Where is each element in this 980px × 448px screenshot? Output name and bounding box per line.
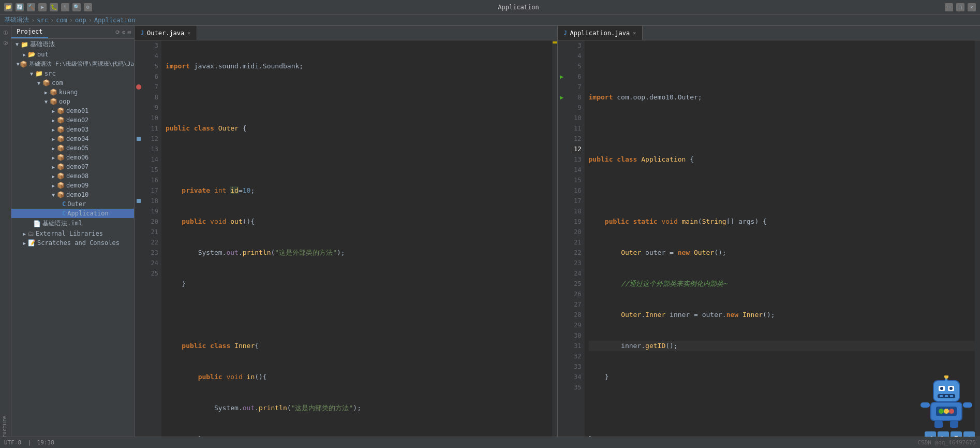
toolbar-icon-debug[interactable]: 🐛 <box>50 3 58 11</box>
tab-close-outer[interactable]: ✕ <box>187 30 190 36</box>
tree-item-demo01[interactable]: ▶ 📦 demo01 <box>11 106 134 115</box>
sidebar-settings-icon[interactable]: ⚙ <box>122 29 126 36</box>
sidebar-tab-project[interactable]: Project <box>11 26 48 38</box>
tree-item-demo06[interactable]: ▶ 📦 demo06 <box>11 153 134 162</box>
gutter-line-3 <box>135 40 143 51</box>
sidebar-collapse-icon[interactable]: ⊟ <box>127 29 131 36</box>
tree-item-src[interactable]: ▼ 📁 src <box>11 69 134 78</box>
tree-item-root[interactable]: ▼ 📁 基础语法 <box>11 39 134 50</box>
strip-icon-1[interactable]: ① <box>1 28 10 37</box>
left-editor-pane: J Outer.java ✕ <box>135 26 558 448</box>
status-watermark: CSDN @qq_46497675 <box>917 439 976 446</box>
toolbar-icon-build[interactable]: 🔨 <box>27 3 35 11</box>
tree-item-demo10[interactable]: ▼ 📦 demo10 <box>11 190 134 199</box>
r-code-line-8: public static void main(String[] args) { <box>589 216 976 227</box>
gutter-line-9 <box>135 103 143 113</box>
breadcrumb: 基础语法 › src › com › oop › Application <box>0 15 980 26</box>
tree-item-out[interactable]: ▶ 📂 out <box>11 50 134 59</box>
sidebar-sync-icon[interactable]: ⟳ <box>115 29 120 36</box>
breadcrumb-item-2[interactable]: src <box>37 17 48 24</box>
tree-item-iml[interactable]: 📄 基础语法.iml <box>11 218 134 229</box>
gutter-line-18 <box>135 196 143 206</box>
r-code-line-6: public class Application { <box>589 154 976 165</box>
toolbar-close[interactable]: ✕ <box>968 3 976 11</box>
breadcrumb-item-4[interactable]: oop <box>75 17 86 24</box>
toolbar-icon-sync[interactable]: 🔄 <box>16 3 24 11</box>
toolbar-icon-git[interactable]: ⑂ <box>61 3 69 11</box>
svg-rect-17 <box>963 402 972 408</box>
scroll-marker-warn <box>553 41 557 44</box>
svg-point-13 <box>939 409 944 414</box>
tree-item-application[interactable]: C Application <box>11 209 134 218</box>
breadcrumb-item-5[interactable]: Application <box>94 17 135 24</box>
left-code-text[interactable]: import javax.sound.midi.Soundbank; publi… <box>161 40 557 448</box>
tree-item-demo03[interactable]: ▶ 📦 demo03 <box>11 125 134 134</box>
r-code-line-4: import com.oop.demo10.Outer; <box>589 92 976 103</box>
right-gutter: ▶ ▶ <box>558 40 566 448</box>
gutter-line-13 <box>135 144 143 154</box>
r-code-line-10: //通过这个外部类来实例化内部类~ <box>589 279 976 289</box>
tree-item-outer[interactable]: C Outer <box>11 199 134 209</box>
code-line-6 <box>166 154 553 165</box>
r-code-line-12: inner.getID(); <box>589 341 976 351</box>
right-gutter-4 <box>558 51 566 61</box>
breadcrumb-item-1[interactable]: 基础语法 <box>4 16 29 24</box>
toolbar-icon-run[interactable]: ▶ <box>38 3 47 11</box>
tree-item-demo04[interactable]: ▶ 📦 demo04 <box>11 134 134 143</box>
right-gutter-15 <box>558 165 566 175</box>
right-code-view: ▶ ▶ 3 4 5 6 7 8 <box>558 40 981 448</box>
toolbar-icon-search[interactable]: 🔍 <box>72 3 81 11</box>
toolbar-icon-project[interactable]: 📁 <box>4 3 12 11</box>
left-gutter <box>135 40 143 448</box>
tree-item-demo09[interactable]: ▶ 📦 demo09 <box>11 181 134 190</box>
right-code-content[interactable]: import com.oop.demo10.Outer; public clas… <box>585 40 981 448</box>
tab-outer-java[interactable]: J Outer.java ✕ <box>135 26 197 40</box>
tab-application-java[interactable]: J Application.java ✕ <box>558 26 643 40</box>
tree-item-scratches[interactable]: ▶ 📝 Scratches and Consoles <box>11 238 134 248</box>
toolbar-maximize[interactable]: □ <box>956 3 964 11</box>
tree-item-demo08[interactable]: ▶ 📦 demo08 <box>11 171 134 181</box>
right-gutter-13 <box>558 144 566 154</box>
right-editor-tabs: J Application.java ✕ <box>558 26 981 40</box>
java-file-icon-right: J <box>564 30 567 36</box>
left-editor-tabs: J Outer.java ✕ <box>135 26 557 40</box>
tree-item-demo02[interactable]: ▶ 📦 demo02 <box>11 115 134 125</box>
gutter-line-11 <box>135 123 143 134</box>
tree-item-oop[interactable]: ▼ 📦 oop <box>11 97 134 106</box>
code-line-14: System.out.println("这是内部类的方法"); <box>166 403 553 413</box>
right-gutter-9 <box>558 103 566 113</box>
tree-item-ext-libs[interactable]: ▶ 🗂 External Libraries <box>11 229 134 238</box>
code-line-11 <box>166 310 553 320</box>
java-file-icon: J <box>141 30 144 36</box>
toolbar-minimize[interactable]: ─ <box>945 3 953 11</box>
right-gutter-7 <box>558 82 566 92</box>
tree-item-kuang[interactable]: ▶ 📦 kuang <box>11 88 134 97</box>
main-layout: ① ② Structure Project ⟳ ⚙ ⊟ ▼ 📁 基础语法 ▶ 📂 <box>0 26 980 448</box>
gutter-line-17 <box>135 185 143 196</box>
status-line: 19:38 <box>37 439 54 446</box>
status-bar: UTF-8 | 19:38 CSDN @qq_46497675 <box>0 437 980 448</box>
strip-icon-2[interactable]: ② <box>1 38 10 48</box>
svg-point-10 <box>944 375 948 379</box>
tree-item-com[interactable]: ▼ 📦 com <box>11 78 134 88</box>
tab-close-application[interactable]: ✕ <box>633 30 636 36</box>
r-code-line-5 <box>589 123 976 134</box>
svg-point-15 <box>949 409 954 414</box>
gutter-line-19 <box>135 206 143 216</box>
gutter-line-24 <box>135 258 143 268</box>
tree-item-demo05[interactable]: ▶ 📦 demo05 <box>11 143 134 153</box>
right-scrollbar[interactable] <box>975 40 980 448</box>
code-line-9: System.out.println("这是外部类的方法"); <box>166 248 553 258</box>
tree-item-module[interactable]: ▼ 📦 基础语法 F:\班级管理\网课班\代码\Ja <box>11 59 134 69</box>
editor-area: J Outer.java ✕ <box>135 26 980 448</box>
tree-item-demo07[interactable]: ▶ 📦 demo07 <box>11 162 134 171</box>
toolbar-icon-settings[interactable]: ⚙ <box>84 3 92 11</box>
svg-rect-19 <box>950 421 958 428</box>
gutter-line-8 <box>135 92 143 103</box>
svg-rect-16 <box>920 402 930 408</box>
left-scrollbar[interactable] <box>552 40 557 448</box>
breadcrumb-item-3[interactable]: com <box>56 17 67 24</box>
left-code-content[interactable]: import javax.sound.midi.Soundbank; publi… <box>161 40 557 448</box>
gutter-line-10 <box>135 113 143 123</box>
gutter-line-23 <box>135 248 143 258</box>
